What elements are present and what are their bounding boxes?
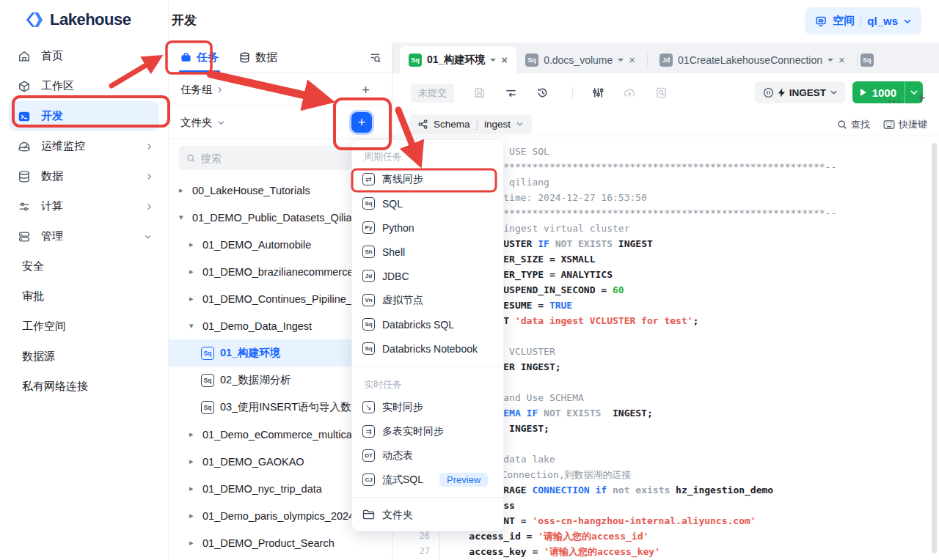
caret-collapsed-icon[interactable]: ▸ — [179, 185, 186, 195]
menu-item-offline-sync[interactable]: ⇄离线同步 — [352, 167, 503, 191]
caret-collapsed-icon[interactable]: ▸ — [189, 240, 197, 249]
tab-close-icon[interactable]: × — [838, 54, 845, 66]
shortcuts-button[interactable]: 快捷键 — [883, 118, 927, 131]
menu-item-label: 流式SQL — [382, 474, 423, 487]
schema-selector[interactable]: Schema | ingest — [409, 114, 532, 134]
menu-item-动态表[interactable]: DT动态表 — [352, 443, 503, 468]
tree-item-label: 02_数据湖分析 — [220, 373, 291, 387]
menu-item-label: 多表实时同步 — [382, 425, 444, 438]
menu-item-label: 文件夹 — [382, 509, 413, 522]
sidebar-item-home[interactable]: 首页 — [9, 41, 159, 71]
caret-collapsed-icon[interactable]: ▸ — [189, 538, 197, 548]
logo[interactable]: Lakehouse — [0, 0, 168, 29]
editor-tabbar: Sq01_构建环境×Sq0.docs_volume×Jd01CreateLake… — [392, 43, 939, 73]
caret-collapsed-icon[interactable]: ▸ — [189, 511, 197, 520]
search-icon — [186, 153, 196, 163]
caret-expanded-icon[interactable]: ▾ — [179, 213, 186, 222]
search-input[interactable] — [201, 152, 374, 164]
sidebar-item-label: 安全 — [22, 259, 44, 273]
menu-item-Shell[interactable]: ShShell — [352, 240, 503, 264]
caret-collapsed-icon[interactable]: ▸ — [189, 294, 197, 303]
tab-dropdown-icon[interactable] — [490, 59, 496, 62]
taskgroup-row[interactable]: 任务组 + — [169, 73, 392, 106]
tree-item[interactable]: ▸01_DEMO_Product_Search — [169, 529, 392, 556]
editor-tab[interactable]: Jd01CreateLakehouseConnection× — [651, 46, 854, 73]
sidebar-item-label: 数据源 — [22, 350, 55, 364]
taskgroup-label: 任务组 — [180, 83, 213, 97]
doc-search-icon[interactable] — [655, 86, 668, 99]
menu-item-流式SQL[interactable]: CJ流式SQLPreview — [352, 468, 503, 492]
sidebar-item-workspace-admin[interactable]: 工作空间 — [9, 312, 159, 342]
sidebar-item-security[interactable]: 安全 — [9, 251, 159, 281]
file-type-badge: Sq — [861, 54, 874, 67]
sidebar-item-manage[interactable]: 管理 — [9, 221, 159, 251]
parameters-icon[interactable] — [592, 86, 604, 99]
editor-scrollbar[interactable] — [932, 143, 937, 553]
menu-item-Python[interactable]: PyPython — [352, 215, 503, 240]
sidebar-item-workspace[interactable]: 工作区 — [9, 71, 159, 101]
sidebar-item-compute[interactable]: 计算 — [9, 191, 159, 221]
tab-add-icon[interactable]: + — [917, 89, 926, 107]
menu-item-实时同步[interactable]: ↘实时同步 — [352, 395, 503, 419]
sidebar-item-dev[interactable]: 开发 — [9, 101, 159, 131]
history-icon[interactable] — [536, 86, 549, 99]
caret-collapsed-icon[interactable]: ▸ — [189, 457, 197, 466]
tab-dropdown-icon[interactable] — [827, 59, 833, 62]
sidebar-item-label: 私有网络连接 — [22, 380, 88, 394]
sidebar-item-label: 工作区 — [41, 79, 74, 93]
database-icon — [18, 170, 31, 183]
pause-circle-icon — [763, 87, 774, 98]
menu-item-多表实时同步[interactable]: ⇉多表实时同步 — [352, 419, 503, 443]
menu-item-虚拟节点[interactable]: Vn虚拟节点 — [352, 288, 503, 312]
menu-item-Databricks SQL[interactable]: SqDatabricks SQL — [352, 312, 503, 336]
code-text: access_key = '请输入您的access_key' — [440, 544, 660, 559]
tree-item-label: 01_DEMO_brazilianecommerce — [202, 266, 354, 278]
locate-search-icon[interactable] — [369, 51, 381, 67]
folder-row[interactable]: 文件夹 + — [169, 106, 392, 139]
sidebar-item-datasource[interactable]: 数据源 — [9, 342, 159, 372]
menu-item-label: Databricks SQL — [382, 319, 454, 331]
caret-collapsed-icon[interactable]: ▸ — [189, 267, 197, 276]
tree-item-label: 01_Demo_Data_Ingest — [202, 320, 312, 332]
tab-close-icon[interactable]: × — [629, 54, 635, 66]
dev-icon — [18, 110, 31, 123]
tree-item-label: 03_使用INSERT语句导入数据 — [220, 400, 362, 414]
save-icon[interactable] — [473, 86, 486, 99]
cloud-upload-icon[interactable] — [624, 86, 636, 99]
tab-tasks[interactable]: 任务 — [180, 43, 219, 73]
menu-item-Databricks Notebook[interactable]: SqDatabricks Notebook — [352, 336, 503, 361]
editor-tab[interactable]: Sq0.docs_volume× — [516, 46, 644, 73]
editor-tab[interactable]: Sq01_构建环境× — [400, 46, 516, 73]
submit-icon[interactable] — [505, 86, 517, 99]
menu-item-SQL[interactable]: SqSQL — [352, 191, 503, 215]
task-type-icon: Sq — [362, 318, 375, 331]
editor-tab-partial[interactable]: Sq — [861, 46, 880, 73]
vcluster-selector[interactable]: INGEST — [755, 81, 845, 103]
sidebar-item-ops[interactable]: 运维监控 — [9, 131, 159, 161]
menu-item-文件夹[interactable]: 文件夹 — [352, 503, 503, 527]
workspace-switcher[interactable]: 空间 ql_ws — [805, 7, 921, 34]
sidebar-item-approval[interactable]: 审批 — [9, 281, 159, 312]
tab-dropdown-icon[interactable] — [618, 59, 624, 62]
tab-data[interactable]: 数据 — [239, 43, 277, 73]
preview-badge: Preview — [439, 473, 488, 487]
compute-icon — [18, 200, 31, 213]
caret-collapsed-icon[interactable]: ▸ — [189, 484, 197, 493]
menu-item-label: 离线同步 — [382, 173, 423, 186]
task-type-icon: Vn — [362, 294, 375, 306]
find-button[interactable]: 查找 — [837, 118, 870, 131]
sidebar-item-private-link[interactable]: 私有网络连接 — [9, 372, 159, 402]
sidebar-item-label: 运维监控 — [41, 139, 85, 153]
menu-item-JDBC[interactable]: JdJDBC — [352, 264, 503, 288]
tree-item-label: 01_Demo_paris_olympics_2024 — [202, 510, 354, 522]
sidebar-item-data[interactable]: 数据 — [9, 161, 159, 191]
caret-expanded-icon[interactable]: ▾ — [189, 321, 197, 331]
tab-more-icon[interactable]: ⋯ — [888, 93, 901, 109]
add-taskgroup-button[interactable]: + — [362, 83, 370, 97]
add-task-button[interactable]: + — [351, 112, 372, 133]
caret-collapsed-icon[interactable]: ▸ — [189, 430, 197, 439]
task-icon — [180, 52, 191, 63]
chevron-down-icon — [144, 234, 152, 239]
tab-close-icon[interactable]: × — [501, 54, 508, 66]
keyboard-icon — [883, 120, 895, 129]
